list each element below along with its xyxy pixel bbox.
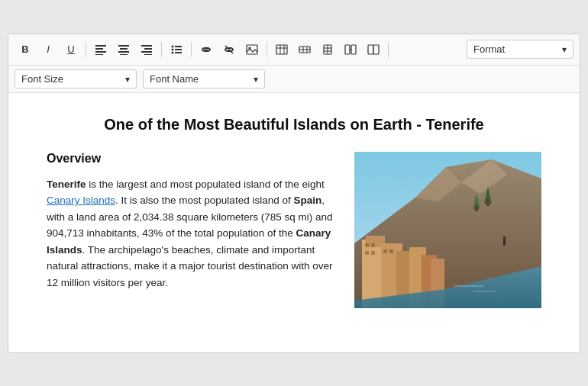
image-section: [354, 152, 541, 308]
align-right-icon: [141, 44, 152, 55]
table-row-button[interactable]: [294, 39, 315, 60]
svg-point-12: [172, 45, 174, 47]
canary-islands-link[interactable]: Canary Islands: [47, 195, 115, 206]
svg-rect-3: [95, 54, 103, 55]
tenerife-bold: Tenerife: [47, 179, 86, 190]
svg-rect-63: [475, 205, 478, 211]
font-size-label: Font Size: [21, 73, 63, 85]
svg-rect-2: [95, 51, 106, 53]
svg-rect-57: [454, 285, 484, 287]
svg-rect-55: [389, 249, 393, 253]
svg-rect-8: [141, 45, 152, 47]
separator-1: [86, 42, 86, 57]
table-split-button[interactable]: [363, 39, 384, 60]
font-name-label: Font Name: [150, 73, 199, 85]
toolbar-top: B I U: [8, 34, 580, 66]
svg-rect-5: [120, 48, 128, 50]
format-dropdown[interactable]: Format: [467, 40, 573, 59]
svg-point-16: [172, 51, 174, 53]
align-left-icon: [95, 44, 106, 55]
svg-rect-54: [383, 249, 387, 253]
align-left-button[interactable]: [90, 39, 111, 60]
svg-rect-4: [118, 45, 129, 47]
svg-rect-52: [365, 251, 369, 255]
font-name-dropdown[interactable]: Font Name: [143, 69, 265, 88]
list-icon: [171, 44, 182, 55]
svg-rect-7: [120, 54, 128, 55]
svg-rect-15: [175, 49, 182, 50]
svg-rect-22: [276, 45, 287, 54]
svg-rect-64: [486, 200, 489, 206]
toolbar-bottom: Font Size Font Name: [8, 66, 580, 93]
unlink-button[interactable]: [218, 39, 240, 60]
svg-rect-58: [473, 291, 496, 292]
svg-rect-51: [371, 243, 375, 247]
table-merge-button[interactable]: [340, 39, 361, 60]
font-size-chevron-icon: [125, 73, 130, 85]
svg-rect-0: [95, 45, 106, 47]
svg-rect-10: [141, 51, 152, 53]
svg-rect-20: [247, 45, 257, 54]
svg-rect-13: [175, 46, 182, 47]
separator-2: [161, 42, 162, 57]
island-image: [354, 152, 541, 308]
svg-rect-53: [371, 251, 375, 255]
editor-container: B I U: [8, 34, 580, 353]
svg-point-14: [172, 48, 174, 50]
text-section: Overview Tenerife is the largest and mos…: [47, 152, 336, 291]
svg-rect-35: [351, 45, 356, 54]
table-split-icon: [367, 44, 380, 55]
body-text: Tenerife is the largest and most populat…: [47, 176, 336, 291]
svg-rect-1: [95, 48, 103, 50]
table-col-button[interactable]: [317, 39, 338, 60]
svg-rect-9: [144, 48, 152, 50]
article-title: One of the Most Beautiful Islands on Ear…: [47, 116, 541, 133]
table-row-icon: [299, 44, 311, 55]
format-label: Format: [473, 43, 505, 55]
table-merge-icon: [344, 44, 357, 55]
body-text-2: . It is also the most populated island o…: [115, 195, 293, 206]
list-button[interactable]: [166, 39, 187, 60]
image-icon: [246, 44, 258, 55]
svg-point-60: [503, 236, 506, 240]
link-icon: [200, 44, 212, 55]
landscape-svg: [354, 152, 541, 308]
svg-rect-18: [204, 49, 208, 50]
content-body: Overview Tenerife is the largest and mos…: [47, 152, 541, 308]
svg-rect-34: [345, 45, 350, 54]
underline-button[interactable]: U: [60, 39, 82, 60]
svg-rect-50: [365, 243, 369, 247]
table-icon: [276, 44, 288, 55]
spain-bold: Spain: [293, 195, 321, 206]
table-col-icon: [321, 44, 334, 55]
link-button[interactable]: [195, 39, 217, 60]
align-center-button[interactable]: [113, 39, 134, 60]
body-text-4: . The archipelago's beaches, climate and…: [47, 244, 332, 288]
font-size-dropdown[interactable]: Font Size: [15, 69, 137, 88]
format-chevron-icon: [562, 43, 567, 55]
unlink-icon: [223, 44, 235, 55]
italic-button[interactable]: I: [37, 39, 59, 60]
body-text-1: is the largest and most populated island…: [86, 179, 325, 190]
font-name-chevron-icon: [254, 73, 258, 85]
separator-5: [388, 42, 389, 57]
separator-4: [267, 42, 267, 57]
content-area: One of the Most Beautiful Islands on Ear…: [8, 93, 580, 352]
image-button[interactable]: [241, 39, 263, 60]
table-insert-button[interactable]: [271, 39, 292, 60]
svg-rect-17: [175, 52, 182, 53]
overview-heading: Overview: [47, 152, 336, 166]
align-center-icon: [118, 44, 129, 55]
svg-line-19: [225, 46, 233, 53]
separator-3: [191, 42, 192, 57]
svg-rect-11: [144, 54, 152, 55]
svg-rect-59: [503, 240, 506, 246]
bold-button[interactable]: B: [15, 39, 36, 60]
align-right-button[interactable]: [136, 39, 157, 60]
svg-rect-6: [118, 51, 129, 53]
